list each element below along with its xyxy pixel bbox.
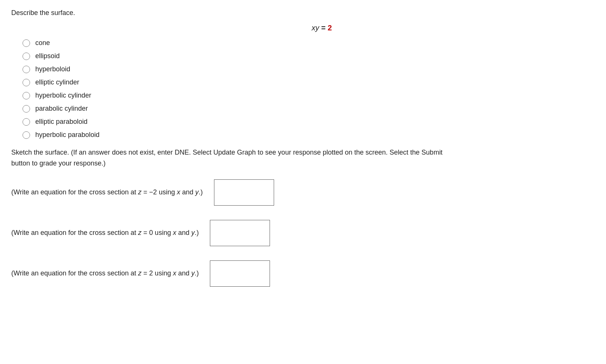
- radio-option-ellipsoid[interactable]: ellipsoid: [23, 52, 595, 60]
- cross-section-input-cs_0[interactable]: [210, 220, 270, 246]
- radio-option-cone[interactable]: cone: [23, 39, 595, 47]
- cross-sections-container: (Write an equation for the cross section…: [11, 179, 595, 287]
- radio-input-hyperboloid[interactable]: [23, 66, 30, 73]
- radio-label-hyperbolic_paraboloid: hyperbolic paraboloid: [35, 131, 99, 139]
- cross-section-text-cs_0[interactable]: [213, 222, 267, 244]
- radio-option-hyperbolic_paraboloid[interactable]: hyperbolic paraboloid: [23, 131, 595, 139]
- radio-options-group: coneellipsoidhyperboloidelliptic cylinde…: [23, 39, 595, 139]
- radio-option-hyperbolic_cylinder[interactable]: hyperbolic cylinder: [23, 92, 595, 99]
- equation-equals: =: [319, 24, 328, 32]
- radio-input-elliptic_cylinder[interactable]: [23, 79, 30, 86]
- cross-section-label-cs_neg2: (Write an equation for the cross section…: [11, 188, 203, 196]
- describe-label: Describe the surface.: [11, 9, 595, 17]
- equation-rhs: 2: [328, 24, 332, 32]
- equation-display: xy = 2: [49, 24, 595, 32]
- radio-input-hyperbolic_paraboloid[interactable]: [23, 131, 30, 139]
- cross-section-text-cs_neg2[interactable]: [217, 181, 271, 204]
- cross-section-row-cs_neg2: (Write an equation for the cross section…: [11, 179, 595, 206]
- radio-option-elliptic_paraboloid[interactable]: elliptic paraboloid: [23, 118, 595, 126]
- radio-label-hyperbolic_cylinder: hyperbolic cylinder: [35, 92, 91, 99]
- sketch-instructions: Sketch the surface. (If an answer does n…: [11, 147, 462, 169]
- radio-option-elliptic_cylinder[interactable]: elliptic cylinder: [23, 78, 595, 86]
- radio-input-hyperbolic_cylinder[interactable]: [23, 92, 30, 99]
- radio-label-elliptic_cylinder: elliptic cylinder: [35, 78, 79, 86]
- equation-lhs: xy: [312, 24, 319, 32]
- radio-option-hyperboloid[interactable]: hyperboloid: [23, 65, 595, 73]
- radio-label-elliptic_paraboloid: elliptic paraboloid: [35, 118, 87, 126]
- cross-section-label-cs_0: (Write an equation for the cross section…: [11, 229, 199, 237]
- cross-section-label-cs_2: (Write an equation for the cross section…: [11, 269, 199, 277]
- cross-section-row-cs_2: (Write an equation for the cross section…: [11, 260, 595, 287]
- radio-option-parabolic_cylinder[interactable]: parabolic cylinder: [23, 105, 595, 113]
- radio-label-parabolic_cylinder: parabolic cylinder: [35, 105, 88, 113]
- radio-label-ellipsoid: ellipsoid: [35, 52, 60, 60]
- radio-input-cone[interactable]: [23, 39, 30, 47]
- cross-section-input-cs_2[interactable]: [210, 260, 270, 287]
- radio-input-ellipsoid[interactable]: [23, 53, 30, 60]
- cross-section-row-cs_0: (Write an equation for the cross section…: [11, 220, 595, 246]
- cross-section-input-cs_neg2[interactable]: [214, 179, 274, 206]
- radio-input-parabolic_cylinder[interactable]: [23, 105, 30, 113]
- radio-label-cone: cone: [35, 39, 50, 47]
- radio-input-elliptic_paraboloid[interactable]: [23, 118, 30, 126]
- radio-label-hyperboloid: hyperboloid: [35, 65, 70, 73]
- cross-section-text-cs_2[interactable]: [213, 262, 267, 285]
